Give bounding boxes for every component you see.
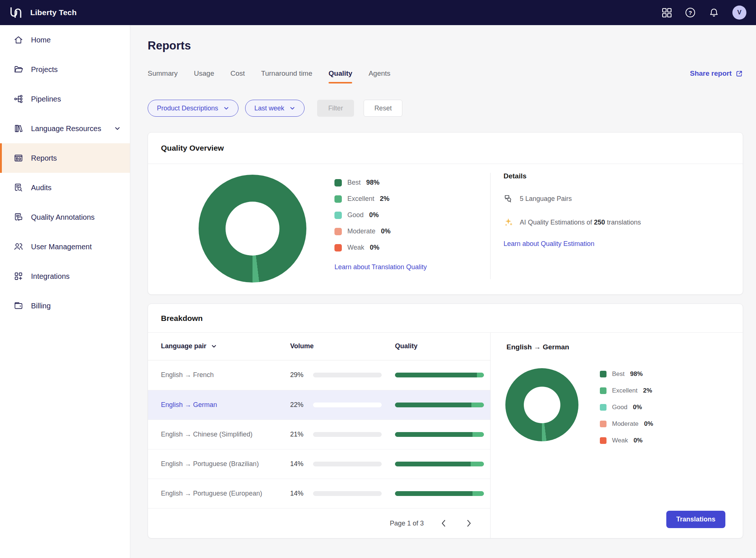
sidebar-item-label: Quality Annotations <box>31 213 94 222</box>
tab-usage[interactable]: Usage <box>194 69 214 83</box>
user-avatar[interactable]: V <box>732 6 746 20</box>
sidebar-item-reports[interactable]: Reports <box>0 143 130 173</box>
tab-summary[interactable]: Summary <box>148 69 178 83</box>
volume-bar <box>313 432 382 437</box>
volume-bar <box>313 491 382 496</box>
chevron-down-icon <box>211 343 217 349</box>
reset-button[interactable]: Reset <box>364 100 402 117</box>
legend-item: Weak 0% <box>334 244 427 251</box>
learn-quality-estimation-link[interactable]: Learn about Quality Estimation <box>504 240 594 248</box>
legend-color-chip <box>600 421 606 427</box>
table-row[interactable]: English → German 22% <box>148 390 490 420</box>
legend-item: Best 98% <box>600 370 653 378</box>
legend-item: Moderate 0% <box>334 227 427 235</box>
sidebar-item-label: Pipelines <box>31 95 61 103</box>
volume-percent: 29% <box>290 371 309 379</box>
chevron-down-icon <box>289 105 295 111</box>
pagination: Page 1 of 3 <box>148 508 490 538</box>
sidebar-item-language-resources[interactable]: Language Resources <box>0 114 130 143</box>
share-report-link[interactable]: Share report <box>690 69 743 78</box>
filter-bar: Product Descriptions Last week Filter Re… <box>148 100 743 117</box>
period-filter-dropdown[interactable]: Last week <box>245 100 305 117</box>
audit-icon <box>13 182 24 193</box>
details-section: Details 5 Language Pairs <box>504 172 641 248</box>
volume-cell: 29% <box>290 371 395 379</box>
table-header-row: Language pair Volume Quality <box>148 333 490 360</box>
sidebar-item-label: Billing <box>31 302 51 310</box>
quality-overview-card: Quality Overview Best 98% Excellent <box>148 132 743 295</box>
annotation-icon <box>13 212 24 222</box>
filter-button[interactable]: Filter <box>317 100 354 117</box>
breakdown-card: Breakdown Language pair Volume Quality <box>148 304 743 538</box>
sidebar-item-integrations[interactable]: Integrations <box>0 261 130 291</box>
sidebar-item-pipelines[interactable]: Pipelines <box>0 84 130 114</box>
translations-button[interactable]: Translations <box>666 511 725 528</box>
legend-item: Weak 0% <box>600 437 653 444</box>
sidebar-item-home[interactable]: Home <box>0 25 130 55</box>
volume-percent: 14% <box>290 490 309 497</box>
quality-overview-donut-chart <box>199 175 306 283</box>
volume-percent: 22% <box>290 401 309 409</box>
language-pair-donut-chart <box>505 368 578 441</box>
main-content: Reports Summary Usage Cost Turnaround ti… <box>130 25 756 558</box>
volume-cell: 14% <box>290 460 395 468</box>
column-header-quality: Quality <box>395 342 481 350</box>
page-title: Reports <box>148 39 743 52</box>
volume-cell: 14% <box>290 490 395 497</box>
page-indicator: Page 1 of 3 <box>390 520 424 527</box>
help-icon[interactable] <box>685 7 695 18</box>
vertical-divider <box>490 173 491 279</box>
column-header-language-pair[interactable]: Language pair <box>161 342 290 350</box>
learn-translation-quality-link[interactable]: Learn about Translation Quality <box>334 263 427 271</box>
details-title: Details <box>504 172 641 180</box>
language-pair-label: English → Portuguese (Brazilian) <box>161 460 290 468</box>
tab-quality[interactable]: Quality <box>329 69 352 83</box>
table-row[interactable]: English → Portuguese (European) 14% <box>148 479 490 508</box>
language-pair-detail-panel: English → German Best 98% Excellent 2% <box>490 333 743 538</box>
topbar: Liberty Tech V <box>0 0 756 25</box>
sidebar-item-quality-annotations[interactable]: Quality Annotations <box>0 202 130 232</box>
table-row[interactable]: English → Portuguese (Brazilian) 14% <box>148 449 490 479</box>
pipeline-icon <box>13 94 24 104</box>
chevron-down-icon <box>223 105 229 111</box>
home-icon <box>13 35 24 45</box>
brand-name: Liberty Tech <box>30 8 77 17</box>
tab-turnaround-time[interactable]: Turnaround time <box>261 69 312 83</box>
next-page-button[interactable] <box>464 518 474 528</box>
sidebar-item-label: Reports <box>31 154 57 162</box>
report-tabs: Summary Usage Cost Turnaround time Quali… <box>148 69 391 83</box>
sidebar-item-user-management[interactable]: User Management <box>0 232 130 261</box>
legend-item: Best 98% <box>334 179 427 186</box>
brand: Liberty Tech <box>8 6 77 20</box>
legend-color-chip <box>334 212 342 219</box>
quality-bar <box>395 462 484 466</box>
volume-cell: 22% <box>290 401 395 409</box>
table-row[interactable]: English → Chinese (Simplified) 21% <box>148 420 490 449</box>
legend-color-chip <box>600 371 606 377</box>
legend-item: Good 0% <box>334 211 427 219</box>
legend-color-chip <box>334 179 342 186</box>
sidebar-item-label: Audits <box>31 184 52 192</box>
quality-legend: Best 98% Excellent 2% Good 0% <box>334 179 427 251</box>
language-pair-label: English → Chinese (Simplified) <box>161 431 290 438</box>
chevron-right-icon <box>464 518 474 528</box>
notifications-bell-icon[interactable] <box>709 7 719 18</box>
tab-agents[interactable]: Agents <box>368 69 390 83</box>
legend-item: Excellent 2% <box>600 387 653 394</box>
sidebar-item-audits[interactable]: Audits <box>0 173 130 202</box>
external-link-icon <box>735 70 743 78</box>
sidebar-item-projects[interactable]: Projects <box>0 55 130 84</box>
breakdown-table: Language pair Volume Quality English → F… <box>148 333 490 538</box>
previous-page-button[interactable] <box>439 518 449 528</box>
ai-quality-estimations-detail: AI Quality Estimations of 250 translatio… <box>504 217 641 227</box>
column-header-volume: Volume <box>290 342 395 350</box>
language-pairs-icon <box>504 194 514 204</box>
sidebar-item-billing[interactable]: Billing <box>0 291 130 321</box>
detail-panel-legend: Best 98% Excellent 2% Good 0% <box>600 370 653 444</box>
apps-grid-icon[interactable] <box>662 7 672 18</box>
legend-item: Moderate 0% <box>600 420 653 428</box>
language-pair-label: English → Portuguese (European) <box>161 490 290 497</box>
product-filter-dropdown[interactable]: Product Descriptions <box>148 100 238 117</box>
tab-cost[interactable]: Cost <box>230 69 245 83</box>
table-row[interactable]: English → French 29% <box>148 360 490 390</box>
